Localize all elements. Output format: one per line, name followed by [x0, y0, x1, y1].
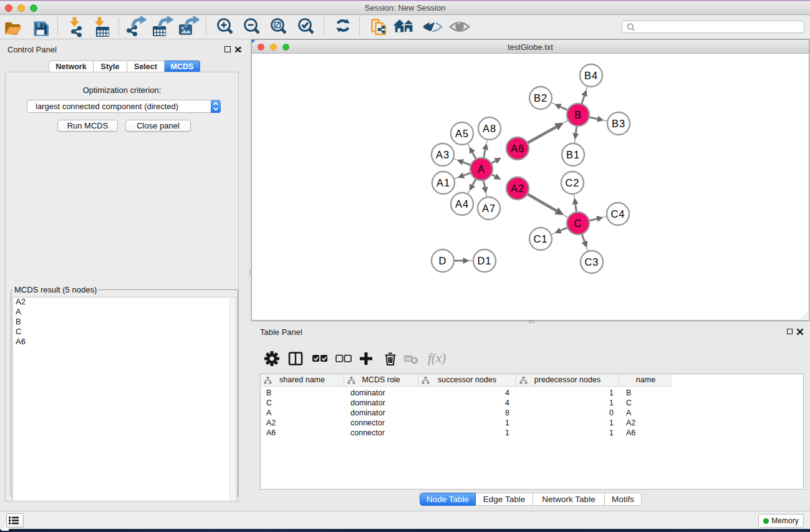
svg-text:A8: A8: [483, 123, 496, 134]
svg-text:A7: A7: [482, 203, 496, 214]
svg-text:B4: B4: [584, 70, 598, 81]
svg-text:C4: C4: [610, 208, 625, 220]
svg-text:A3: A3: [436, 149, 450, 160]
svg-text:B: B: [574, 109, 582, 120]
svg-text:D: D: [439, 255, 447, 266]
svg-text:B1: B1: [566, 149, 580, 160]
svg-text:A6: A6: [511, 143, 524, 154]
svg-text:C1: C1: [533, 233, 547, 244]
svg-text:C: C: [574, 218, 582, 229]
svg-text:A5: A5: [455, 128, 469, 139]
svg-text:A2: A2: [511, 183, 524, 194]
svg-text:B3: B3: [612, 118, 625, 129]
svg-text:A4: A4: [455, 198, 469, 210]
svg-text:B2: B2: [534, 92, 547, 104]
svg-text:A: A: [478, 163, 485, 175]
svg-text:C3: C3: [584, 256, 599, 268]
svg-text:C2: C2: [565, 177, 579, 188]
svg-text:A1: A1: [436, 177, 450, 188]
svg-text:D1: D1: [477, 255, 491, 266]
